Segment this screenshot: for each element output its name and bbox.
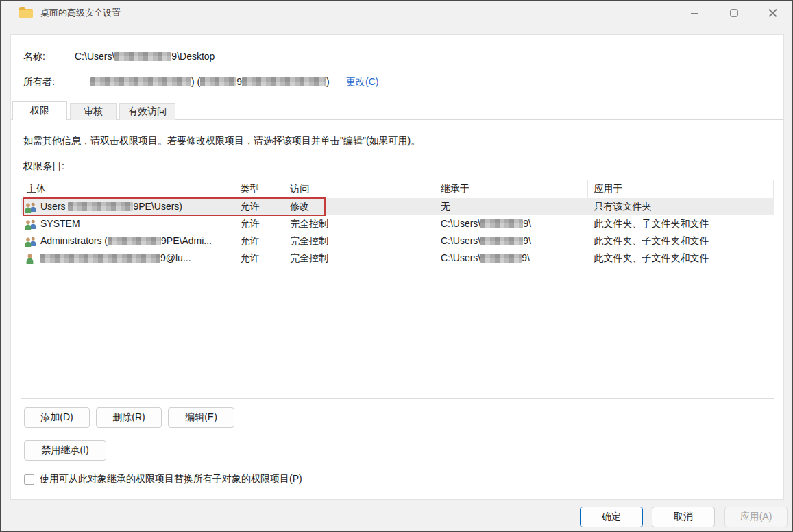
ok-button[interactable]: 确定 <box>580 507 643 527</box>
permission-entries-list: 主体类型访问继承于应用于 Users 9PE\Users)允许修改无只有该文件夹… <box>21 180 774 399</box>
group-users-icon <box>25 202 37 213</box>
title-bar: 桌面的高级安全设置 <box>1 1 792 25</box>
single-user-icon <box>25 253 37 264</box>
cell-type: 允许 <box>234 232 284 250</box>
cell-type: 允许 <box>234 215 284 232</box>
replace-permissions-checkbox[interactable] <box>24 474 34 485</box>
owner-label: 所有者: <box>23 76 55 88</box>
redacted-text <box>40 254 160 263</box>
redacted-text <box>480 237 523 245</box>
tab-permissions[interactable]: 权限 <box>12 101 67 120</box>
tab-audit[interactable]: 审核 <box>70 103 117 120</box>
cell-access: 完全控制 <box>284 250 435 267</box>
cell-applies-to: 只有该文件夹 <box>588 198 774 215</box>
cell-applies-to: 此文件夹、子文件夹和文件 <box>588 215 774 232</box>
column-header-applies-to[interactable]: 应用于 <box>588 180 774 198</box>
maximize-button[interactable] <box>714 1 753 25</box>
folder-icon <box>19 9 33 18</box>
redacted-text <box>114 52 171 61</box>
replace-permissions-label: 使用可从此对象继承的权限项目替换所有子对象的权限项目(P) <box>40 473 302 485</box>
cell-access: 完全控制 <box>284 232 435 250</box>
cell-inherited-from: C:\Users\9\ <box>435 250 589 267</box>
list-header: 主体类型访问继承于应用于 <box>21 180 774 198</box>
tab-effective-access[interactable]: 有效访问 <box>119 103 175 120</box>
column-header-principal[interactable]: 主体 <box>21 180 234 198</box>
cell-type: 允许 <box>234 250 284 267</box>
redacted-text <box>68 202 133 211</box>
table-row[interactable]: Administrators (9PE\Admi...允许完全控制C:\User… <box>21 232 774 250</box>
remove-button[interactable]: 删除(R) <box>96 407 162 428</box>
cell-inherited-from: C:\Users\9\ <box>435 215 589 232</box>
cell-applies-to: 此文件夹、子文件夹和文件 <box>588 250 774 267</box>
minimize-icon <box>691 13 698 14</box>
dialog-body: 名称: C:\Users\9\Desktop 所有者: ) (9) 更改(C) … <box>10 34 784 500</box>
cell-principal: SYSTEM <box>21 215 234 232</box>
group-users-icon <box>25 219 37 230</box>
cancel-button[interactable]: 取消 <box>652 507 715 527</box>
apply-button[interactable]: 应用(A) <box>724 507 788 527</box>
column-header-access[interactable]: 访问 <box>284 180 435 198</box>
change-owner-link[interactable]: 更改(C) <box>346 76 378 88</box>
close-icon <box>768 9 777 18</box>
cell-applies-to: 此文件夹、子文件夹和文件 <box>588 232 774 250</box>
add-button[interactable]: 添加(D) <box>24 407 90 428</box>
column-header-type[interactable]: 类型 <box>234 180 284 198</box>
window-title: 桌面的高级安全设置 <box>40 7 121 19</box>
cell-inherited-from: 无 <box>435 198 589 215</box>
group-users-icon <box>25 236 37 247</box>
table-row[interactable]: Users 9PE\Users)允许修改无只有该文件夹 <box>21 198 774 215</box>
disable-inheritance-button[interactable]: 禁用继承(I) <box>24 440 106 461</box>
column-header-inherited-from[interactable]: 继承于 <box>435 180 589 198</box>
redacted-text <box>108 237 161 245</box>
maximize-icon <box>730 9 738 17</box>
redacted-text <box>242 77 326 86</box>
advanced-security-settings-dialog: 桌面的高级安全设置 名称: C:\Users\9\Desktop 所有者: ) … <box>0 0 793 532</box>
minimize-button[interactable] <box>675 1 714 25</box>
owner-value: ) (9) <box>90 76 330 87</box>
cell-principal: Administrators (9PE\Admi... <box>21 232 234 250</box>
permission-entries-label: 权限条目: <box>23 160 64 173</box>
cell-principal: 9@lu... <box>21 250 234 267</box>
redacted-text <box>200 77 236 86</box>
redacted-text <box>90 77 191 86</box>
redacted-text <box>480 219 523 228</box>
list-body: Users 9PE\Users)允许修改无只有该文件夹SYSTEM允许完全控制C… <box>21 198 774 267</box>
cell-principal: Users 9PE\Users) <box>21 198 234 215</box>
edit-button[interactable]: 编辑(E) <box>168 407 234 428</box>
name-value: C:\Users\9\Desktop <box>75 51 215 62</box>
redacted-text <box>480 254 522 263</box>
table-row[interactable]: SYSTEM允许完全控制C:\Users\9\此文件夹、子文件夹和文件 <box>21 215 774 232</box>
table-row[interactable]: 9@lu...允许完全控制C:\Users\9\此文件夹、子文件夹和文件 <box>21 250 774 267</box>
cell-type: 允许 <box>234 198 284 215</box>
replace-permissions-row: 使用可从此对象继承的权限项目替换所有子对象的权限项目(P) <box>24 473 302 485</box>
window-controls <box>675 1 792 25</box>
tab-strip: 权限审核有效访问 <box>12 101 175 120</box>
instructions-text: 如需其他信息，请双击权限项目。若要修改权限项目，请选择该项目并单击"编辑"(如果… <box>23 135 420 147</box>
close-button[interactable] <box>753 1 792 25</box>
cell-inherited-from: C:\Users\9\ <box>435 232 589 250</box>
name-label: 名称: <box>23 51 45 63</box>
cell-access: 完全控制 <box>284 215 435 232</box>
cell-access: 修改 <box>284 198 435 215</box>
